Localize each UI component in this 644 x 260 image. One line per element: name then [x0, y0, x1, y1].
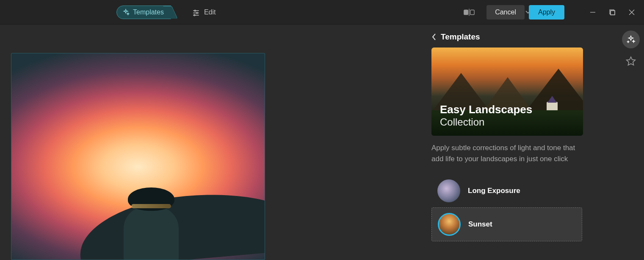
preview-person-shape	[117, 187, 185, 260]
minimize-button[interactable]	[590, 9, 597, 15]
preset-thumb-icon	[438, 213, 461, 236]
collection-title: Easy Landscapes	[440, 103, 532, 116]
tab-templates-label: Templates	[133, 8, 164, 16]
magic-enhance-button[interactable]	[622, 31, 640, 48]
preset-label: Long Exposure	[468, 187, 520, 195]
svg-point-3	[196, 12, 198, 14]
svg-rect-14	[611, 11, 615, 15]
top-toolbar: Templates Edit	[0, 0, 644, 25]
chevron-left-icon	[431, 33, 437, 41]
preset-thumb-icon	[437, 179, 460, 202]
preset-list: Long Exposure Sunset	[431, 174, 611, 241]
collection-description: Apply subtle corrections of light and to…	[431, 143, 575, 165]
collection-card[interactable]: Easy Landscapes Collection	[431, 48, 583, 136]
preset-label: Sunset	[468, 220, 492, 229]
action-buttons: Cancel Apply	[486, 5, 636, 20]
preset-sunset[interactable]: Sunset	[431, 207, 582, 241]
tab-edit-label: Edit	[204, 8, 216, 16]
collection-subtitle: Collection	[440, 116, 532, 128]
panel-back-button[interactable]: Templates	[431, 32, 611, 42]
main-area: Templates Easy Landscapes Collection App…	[0, 25, 644, 260]
templates-panel: Templates Easy Landscapes Collection App…	[425, 25, 618, 260]
tab-templates[interactable]: Templates	[116, 6, 171, 19]
right-rail	[618, 25, 644, 260]
svg-point-1	[194, 10, 196, 11]
canvas-area[interactable]	[0, 25, 425, 260]
svg-rect-8	[470, 10, 474, 14]
sparkle-icon	[122, 8, 130, 16]
tab-edit[interactable]: Edit	[188, 6, 220, 19]
favorite-button[interactable]	[625, 56, 636, 67]
cancel-button[interactable]: Cancel	[486, 5, 525, 20]
close-button[interactable]	[629, 9, 636, 15]
svg-point-5	[194, 14, 195, 16]
svg-rect-6	[464, 10, 468, 14]
compare-split-button[interactable]	[464, 8, 475, 16]
mode-tabs: Templates Edit	[116, 6, 220, 19]
sliders-icon	[192, 8, 200, 16]
panel-title: Templates	[441, 32, 480, 42]
preset-long-exposure[interactable]: Long Exposure	[431, 174, 582, 207]
image-preview[interactable]	[11, 53, 265, 260]
window-controls	[590, 9, 636, 15]
apply-button[interactable]: Apply	[529, 5, 564, 20]
maximize-button[interactable]	[609, 9, 616, 15]
